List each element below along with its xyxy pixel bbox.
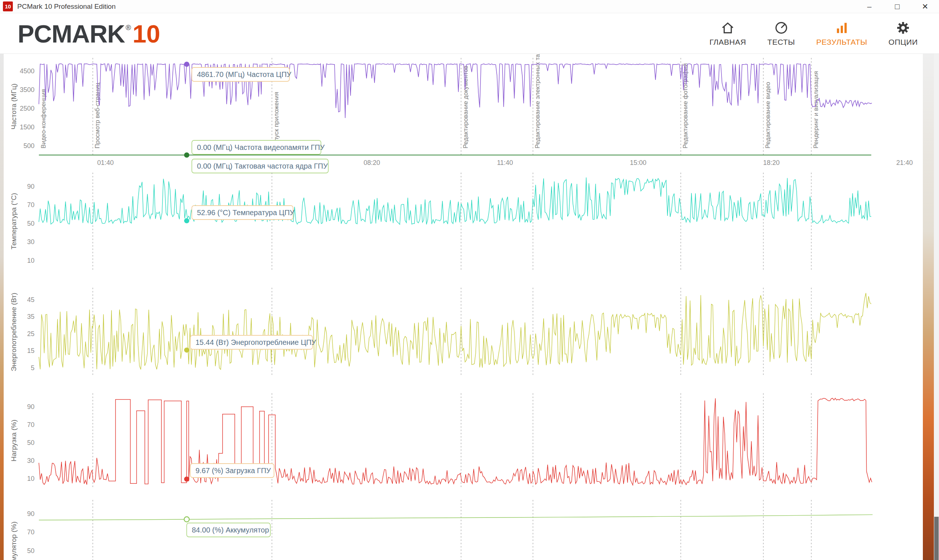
nav-options-label: ОПЦИИ bbox=[888, 38, 918, 46]
y-tick-label: 500 bbox=[23, 142, 34, 149]
registered-mark: ® bbox=[125, 24, 131, 31]
y-tick-label: 4500 bbox=[20, 68, 34, 75]
y-tick-label: 50 bbox=[27, 547, 34, 554]
chart-tooltip-text: 52.96 (°C) Температура ЦПУ bbox=[197, 209, 294, 217]
cursor-marker bbox=[184, 517, 189, 522]
y-tick-label: 3500 bbox=[20, 86, 34, 94]
y-tick-label: 50 bbox=[27, 439, 34, 446]
logo-number: 10 bbox=[133, 21, 160, 46]
y-tick-label: 70 bbox=[27, 421, 34, 428]
chart-tooltip-text: 0.00 (МГц) Частота видеопамяти ГПУ bbox=[197, 143, 325, 151]
series-gpu-load bbox=[39, 398, 872, 485]
y-tick-label: 15 bbox=[27, 347, 34, 354]
x-tick-label: 15:00 bbox=[630, 159, 646, 166]
cursor-marker bbox=[184, 348, 189, 352]
x-tick-label: 08:20 bbox=[364, 159, 380, 166]
y-tick-label: 90 bbox=[27, 183, 34, 190]
nav-results-label: РЕЗУЛЬТАТЫ bbox=[816, 38, 867, 46]
scrollbar[interactable] bbox=[934, 54, 939, 560]
phase-label: Редактирование электронных таблиц bbox=[534, 54, 541, 148]
close-button[interactable]: ✕ bbox=[911, 0, 939, 13]
chart-tooltip-text: 0.00 (МГц) Тактовая частота ядра ГПУ bbox=[197, 162, 328, 170]
bar-chart-icon bbox=[834, 20, 849, 35]
nav-tests[interactable]: ТЕСТЫ bbox=[767, 20, 795, 46]
charts-svg[interactable]: 4500350025001500500Частота (МГц)Видео-ко… bbox=[0, 54, 939, 560]
window-controls: – □ ✕ bbox=[856, 0, 939, 13]
y-axis-label: Частота (МГц) bbox=[10, 83, 18, 129]
series-battery-level bbox=[39, 515, 873, 520]
y-tick-label: 30 bbox=[27, 238, 34, 246]
y-tick-label: 70 bbox=[27, 201, 34, 209]
y-axis-label: Температура (°C) bbox=[10, 193, 18, 249]
series-cpu-power bbox=[39, 293, 871, 370]
app-icon: 10 bbox=[3, 2, 13, 11]
chart-tooltip-text: 9.67 (%) Загрузка ГПУ bbox=[196, 466, 271, 475]
phase-label: Запуск приложения bbox=[273, 92, 280, 148]
y-tick-label: 10 bbox=[27, 475, 34, 482]
minimize-button[interactable]: – bbox=[856, 0, 883, 13]
y-axis-label: Нагрузка (%) bbox=[10, 420, 18, 462]
logo-text: PCMARK bbox=[18, 21, 125, 46]
header: PCMARK ® 10 ГЛАВНАЯ ТЕСТЫ РЕЗУЛЬТАТЫ bbox=[0, 14, 939, 54]
cursor-marker bbox=[184, 477, 189, 482]
nav-results[interactable]: РЕЗУЛЬТАТЫ bbox=[816, 20, 867, 46]
y-tick-label: 2500 bbox=[20, 105, 34, 112]
y-tick-label: 45 bbox=[27, 296, 34, 303]
phase-label: Рендеринг и визуализация bbox=[813, 71, 819, 148]
phase-label: Редактирование видео bbox=[765, 82, 771, 148]
y-axis-label: Аккумулятор (%) bbox=[10, 522, 18, 560]
nav-home[interactable]: ГЛАВНАЯ bbox=[709, 20, 746, 46]
main-nav: ГЛАВНАЯ ТЕСТЫ РЕЗУЛЬТАТЫ bbox=[709, 20, 918, 46]
series-cpu-temperature bbox=[39, 177, 871, 224]
x-tick-label: 21:40 bbox=[896, 159, 913, 166]
y-tick-label: 50 bbox=[27, 220, 34, 227]
cursor-marker bbox=[184, 62, 189, 67]
scrollbar-thumb[interactable] bbox=[934, 517, 939, 560]
cursor-marker bbox=[184, 218, 189, 223]
y-tick-label: 25 bbox=[27, 330, 34, 337]
app-icon-text: 10 bbox=[5, 3, 11, 9]
series-cpu-frequency bbox=[39, 64, 872, 118]
cursor-marker bbox=[184, 152, 189, 158]
x-tick-label: 18:20 bbox=[763, 159, 779, 166]
gear-icon bbox=[896, 20, 910, 35]
chart-tooltip-text: 15.44 (Вт) Энергопотребление ЦПУ bbox=[196, 338, 316, 346]
nav-tests-label: ТЕСТЫ bbox=[767, 38, 795, 46]
y-tick-label: 5 bbox=[31, 364, 34, 372]
y-tick-label: 90 bbox=[27, 510, 34, 517]
y-tick-label: 30 bbox=[27, 457, 34, 465]
pcmark-logo: PCMARK ® 10 bbox=[18, 21, 160, 46]
home-icon bbox=[720, 20, 735, 35]
y-tick-label: 35 bbox=[27, 313, 34, 320]
y-tick-label: 10 bbox=[27, 257, 34, 264]
nav-options[interactable]: ОПЦИИ bbox=[888, 20, 918, 46]
x-tick-label: 11:40 bbox=[497, 159, 513, 166]
chart-tooltip-text: 4861.70 (МГц) Частота ЦПУ bbox=[197, 70, 291, 78]
chart-tooltip-text: 84.00 (%) Аккумулятор bbox=[192, 526, 269, 534]
titlebar: 10 PCMark 10 Professional Edition – □ ✕ bbox=[0, 0, 939, 13]
y-tick-label: 70 bbox=[27, 528, 34, 536]
nav-home-label: ГЛАВНАЯ bbox=[709, 38, 746, 46]
window-title: PCMark 10 Professional Edition bbox=[17, 3, 856, 11]
maximize-button[interactable]: □ bbox=[883, 0, 911, 13]
x-tick-label: 01:40 bbox=[97, 159, 114, 166]
y-tick-label: 90 bbox=[27, 403, 34, 411]
gauge-icon bbox=[774, 20, 789, 35]
y-tick-label: 1500 bbox=[20, 123, 34, 131]
y-axis-label: Энергопотребление (Вт) bbox=[10, 293, 18, 371]
